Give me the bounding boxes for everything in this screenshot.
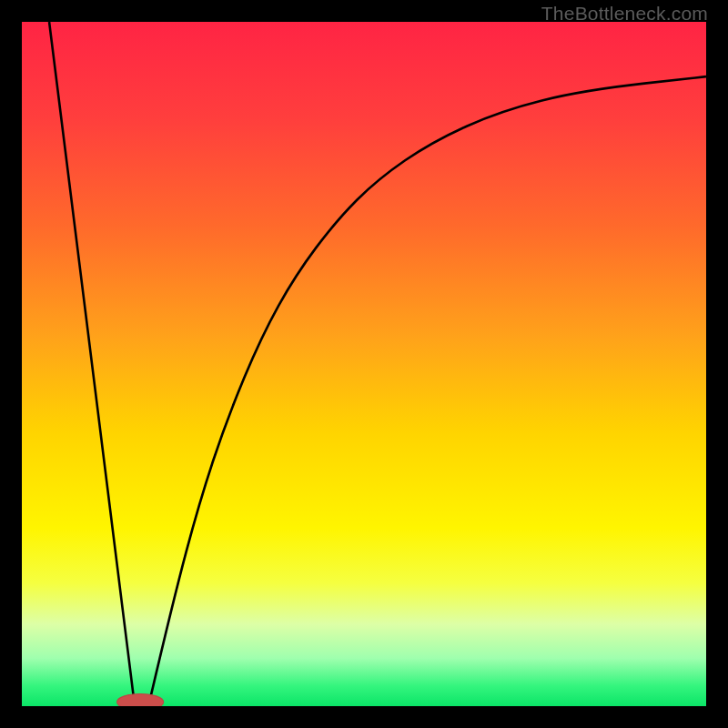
plot-area (22, 22, 706, 706)
outer-frame: TheBottleneck.com (0, 0, 728, 728)
chart-svg (22, 22, 706, 706)
gradient-bg (22, 22, 706, 706)
min-marker (117, 693, 164, 706)
